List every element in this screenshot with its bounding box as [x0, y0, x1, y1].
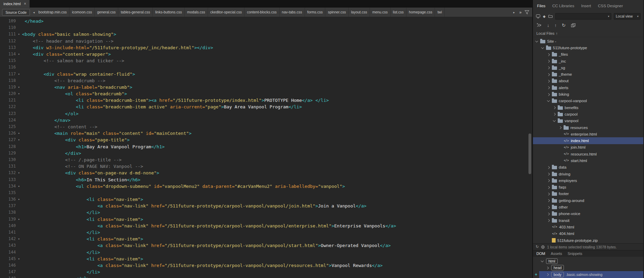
chevron-right-icon[interactable]	[553, 113, 556, 116]
folder-tree-item[interactable]: about	[533, 78, 643, 84]
code-line[interactable]: 135	[0, 190, 532, 196]
fold-arrow-icon[interactable]: ▾	[16, 216, 22, 223]
related-file-tab[interactable]: bootstrap.min.css	[36, 8, 69, 17]
code-text[interactable]: <!-- /.page-title -->	[22, 157, 532, 163]
filter-icon[interactable]	[525, 10, 529, 14]
folder-tree-item[interactable]: carpool	[533, 111, 643, 117]
dom-tag-body[interactable]: body	[551, 272, 564, 277]
related-file-tab[interactable]: ckeditor-special.css	[208, 8, 245, 17]
refresh-icon[interactable]: ↻	[536, 245, 539, 249]
related-file-tab[interactable]: spinner.css	[325, 8, 349, 17]
code-line[interactable]: 141 </li>	[0, 229, 532, 236]
folder-tree-item[interactable]: phone-voice	[533, 211, 643, 217]
chevron-right-icon[interactable]	[547, 219, 550, 222]
editor-scrollbar[interactable]	[528, 17, 532, 278]
code-editor[interactable]: 109 </head>110111▾<body class="basic sal…	[0, 17, 532, 278]
fold-arrow-icon[interactable]: ▾	[16, 183, 22, 190]
code-text[interactable]: <!-- content -->	[22, 124, 532, 130]
folder-tree-item[interactable]: _theme	[533, 71, 643, 77]
code-text[interactable]: <li class="nav-item">	[22, 196, 532, 203]
folder-tree-item[interactable]: other	[533, 204, 643, 210]
git-view-icon[interactable]: ◆	[543, 14, 546, 18]
get-files-icon[interactable]: ↓	[547, 23, 549, 28]
file-tree-item[interactable]: </>join.html	[533, 144, 643, 151]
code-line[interactable]: 124 </nav>	[0, 117, 532, 124]
panel-tab-files[interactable]: Files	[537, 4, 545, 8]
code-line[interactable]: 125 <!-- content -->	[0, 124, 532, 130]
chevron-right-icon[interactable]	[547, 79, 550, 83]
code-text[interactable]: <nav aria-label="breadcrumb">	[22, 84, 532, 90]
chevron-down-icon[interactable]	[541, 259, 544, 263]
folder-tree-item[interactable]: Site -	[533, 38, 643, 44]
related-file-tab[interactable]: homepage.css	[406, 8, 435, 17]
folder-tree-item[interactable]: alerts	[533, 84, 643, 91]
folder-tree-item[interactable]: transit	[533, 217, 643, 224]
code-text[interactable]: </nav>	[22, 117, 532, 124]
code-line[interactable]: 119▾ <nav aria-label="breadcrumb">	[0, 84, 532, 90]
dom-panel-tab-dom[interactable]: DOM	[536, 252, 545, 256]
code-line[interactable]: 147 </li>	[0, 269, 532, 275]
folder-tree-item[interactable]: _inc	[533, 58, 643, 64]
code-text[interactable]: <li class="nav-item">	[22, 236, 532, 242]
code-line[interactable]: 116	[0, 64, 532, 71]
folder-tree-item[interactable]: footer	[533, 191, 643, 197]
code-line[interactable]: 131 <!-- ON PAGE NAV: Vanpool -->	[0, 163, 532, 170]
code-text[interactable]: <body class="basic salmon-showing">	[22, 31, 532, 38]
refresh-icon[interactable]: ↻	[562, 23, 566, 28]
fold-arrow-icon[interactable]: ▾	[16, 130, 22, 137]
folder-tree-item[interactable]: _files	[533, 51, 643, 58]
code-line[interactable]: 122 <li class="breadcrumb-item active" a…	[0, 104, 532, 110]
code-line[interactable]: 128 <h1>Bay Area Vanpool Program</h1>	[0, 143, 532, 150]
related-file-tab[interactable]: content-blocks.css	[244, 8, 279, 17]
chevron-right-icon[interactable]	[547, 60, 550, 63]
fold-arrow-icon[interactable]: ▾	[16, 137, 22, 143]
fold-arrow-icon[interactable]: ▾	[16, 71, 22, 77]
chevron-right-icon[interactable]	[547, 205, 550, 209]
folder-tree-item[interactable]: employers	[533, 177, 643, 184]
close-icon[interactable]: ×	[24, 2, 26, 6]
code-text[interactable]: <!-- ON PAGE NAV: Vanpool -->	[22, 163, 532, 170]
code-line[interactable]: 132▾ <div class="on-page-nav d-md-none">	[0, 170, 532, 176]
code-line[interactable]: 137 <a class="nav-link" href="/511future…	[0, 203, 532, 209]
code-line[interactable]: 133 <h6>In This Section</h6>	[0, 177, 532, 183]
chevron-right-icon[interactable]	[547, 93, 550, 96]
chevron-right-icon[interactable]	[547, 179, 550, 182]
fold-arrow-icon[interactable]: ▾	[16, 90, 22, 97]
related-file-tab[interactable]: icomoon.css	[69, 8, 95, 17]
chevron-right-icon[interactable]	[547, 185, 550, 189]
code-line[interactable]: 140 <a class="nav-link" href="/511future…	[0, 223, 532, 229]
chevron-right-icon[interactable]	[547, 172, 550, 176]
fold-arrow-icon[interactable]: ▾	[16, 236, 22, 242]
chevron-right-icon[interactable]	[546, 266, 549, 269]
chevron-right-icon[interactable]	[547, 199, 550, 202]
related-file-tab[interactable]: tables-general.css	[118, 8, 153, 17]
dom-row-body[interactable]: html	[539, 258, 643, 265]
scrollbar-thumb[interactable]	[528, 133, 531, 174]
folder-tree-item[interactable]: benefits	[533, 104, 643, 111]
chevron-right-icon[interactable]	[547, 66, 550, 70]
folder-tree-item[interactable]: faqs	[533, 184, 643, 191]
panel-tab-css-designer[interactable]: CSS Designer	[598, 4, 623, 8]
chevron-down-icon[interactable]	[541, 46, 544, 50]
folder-tree-item[interactable]: _sg	[533, 64, 643, 71]
related-file-tab[interactable]: list.css	[391, 8, 407, 17]
code-text[interactable]: <li class="nav-item">	[22, 256, 532, 262]
chevron-right-icon[interactable]	[547, 73, 550, 76]
dom-panel-tab-snippets[interactable]: Snippets	[568, 252, 582, 256]
code-line[interactable]: 148 </ul>	[0, 275, 532, 278]
folder-tree-item[interactable]: carpool-vanpool	[533, 98, 643, 104]
code-line[interactable]: 146 <a class="nav-link" href="/511future…	[0, 262, 532, 269]
chevron-down-icon[interactable]	[547, 99, 550, 103]
code-line[interactable]: 120▾ <ol class="breadcrumb">	[0, 90, 532, 97]
code-text[interactable]: </head>	[22, 18, 532, 24]
code-line[interactable]: 139▾ <li class="nav-item">	[0, 216, 532, 223]
code-text[interactable]: <a class="nav-link" href="/511future-pro…	[22, 242, 532, 249]
related-file-tab[interactable]: general.css	[95, 8, 118, 17]
code-text[interactable]: <ol class="breadcrumb">	[22, 90, 532, 97]
chevron-right-icon[interactable]	[547, 53, 550, 56]
code-text[interactable]: <li class="breadcrumb-item active" aria-…	[22, 104, 532, 110]
chevron-right-icon[interactable]	[547, 86, 550, 89]
code-text[interactable]: <h6>In This Section</h6>	[22, 177, 532, 183]
code-line[interactable]: 109 </head>	[0, 18, 532, 24]
code-line[interactable]: 126▾ <main role="main" class="content" i…	[0, 130, 532, 137]
